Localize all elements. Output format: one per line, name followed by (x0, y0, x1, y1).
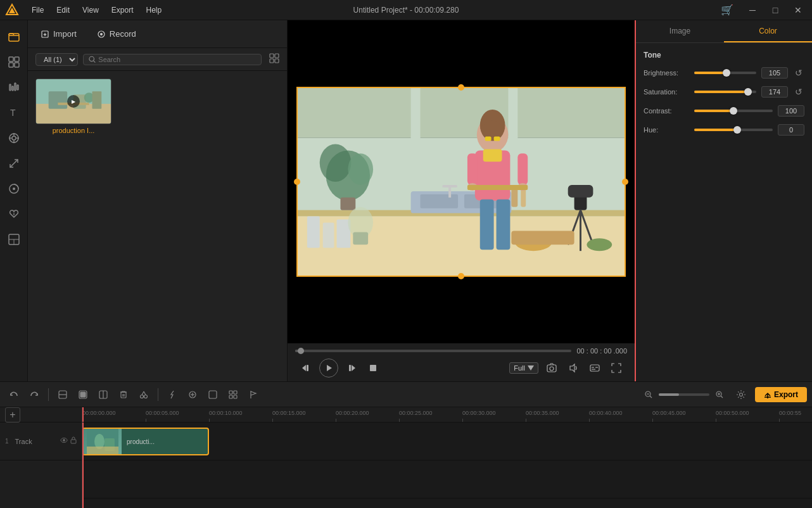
saturation-handle[interactable] (744, 88, 752, 96)
sidebar-item-layout[interactable] (3, 228, 25, 251)
separator-1 (48, 388, 49, 401)
media-toolbar: All (1) (28, 48, 287, 71)
svg-rect-74 (483, 149, 502, 162)
progress-handle[interactable] (298, 348, 304, 354)
grid-view-button[interactable] (269, 53, 279, 66)
split-button[interactable] (94, 386, 112, 403)
quality-select[interactable]: Full (509, 362, 538, 374)
svg-rect-67 (467, 153, 478, 185)
progress-bar[interactable] (295, 350, 571, 352)
zoom-slider[interactable] (659, 393, 709, 396)
brightness-fill (694, 72, 726, 74)
sidebar-item-text[interactable]: T (3, 101, 25, 124)
brightness-reset[interactable]: ↺ (793, 68, 804, 78)
playhead-track[interactable] (82, 422, 84, 508)
sidebar-item-effects[interactable] (3, 127, 25, 149)
lightning-button[interactable] (163, 386, 181, 403)
svg-rect-57 (340, 198, 355, 210)
export-button[interactable]: Export (755, 387, 807, 402)
zoom-out-button[interactable] (641, 387, 656, 402)
cart-icon[interactable]: 🛒 (721, 4, 733, 16)
sidebar-item-folder[interactable] (3, 25, 25, 48)
svg-point-26 (100, 33, 103, 35)
saturation-slider[interactable] (694, 91, 756, 93)
screenshot-button[interactable] (543, 360, 560, 376)
sidebar-item-audio[interactable] (3, 76, 25, 99)
stop-button[interactable] (365, 360, 381, 376)
resize-handle-top[interactable] (458, 84, 464, 91)
delete-button[interactable] (115, 386, 132, 403)
contrast-handle[interactable] (730, 107, 737, 115)
sidebar-item-favorite[interactable] (3, 203, 25, 225)
flag-button[interactable] (244, 386, 262, 403)
track-label-column: + 1 Track (0, 407, 82, 508)
add-marker-button[interactable] (184, 386, 201, 403)
saturation-row: Saturation: 174 ↺ (644, 86, 804, 98)
svg-rect-92 (370, 365, 376, 371)
play-button[interactable] (319, 359, 338, 378)
brightness-row: Brightness: 105 ↺ (644, 67, 804, 79)
timeline-settings-button[interactable] (732, 386, 750, 403)
resize-handle-right[interactable] (622, 179, 628, 185)
import-label: Import (53, 29, 77, 39)
add-track-button[interactable]: + (5, 407, 20, 422)
brightness-handle[interactable] (723, 69, 730, 77)
captions-button[interactable] (587, 360, 603, 376)
menu-export[interactable]: Export (109, 4, 136, 16)
clip-button[interactable] (74, 386, 92, 403)
maximize-button[interactable]: □ (766, 4, 784, 16)
svg-rect-135 (71, 440, 76, 443)
contrast-slider[interactable] (694, 110, 773, 112)
resize-handle-bottom[interactable] (458, 273, 464, 279)
svg-point-19 (13, 187, 15, 190)
resize-handle-left[interactable] (294, 179, 300, 185)
tone-section-title: Tone (644, 51, 804, 60)
hue-value[interactable]: 0 (778, 124, 804, 136)
sidebar-item-transform[interactable] (3, 152, 25, 175)
menu-help[interactable]: Help (144, 4, 165, 16)
fullscreen-button[interactable] (608, 360, 625, 376)
brightness-value[interactable]: 105 (761, 67, 788, 79)
svg-rect-97 (590, 365, 599, 371)
menu-file[interactable]: File (29, 4, 46, 16)
close-button[interactable]: ✕ (789, 4, 807, 16)
svg-rect-41 (298, 88, 411, 138)
record-button[interactable]: Record (92, 27, 141, 41)
hue-handle[interactable] (733, 126, 741, 134)
multi-button[interactable] (224, 386, 242, 403)
volume-button[interactable] (565, 360, 581, 376)
sidebar-item-media[interactable] (3, 51, 25, 73)
contrast-value[interactable]: 100 (778, 105, 804, 117)
track-visibility-icon[interactable] (60, 436, 68, 446)
svg-marker-93 (528, 365, 534, 371)
tab-color[interactable]: Color (724, 20, 812, 42)
track-lock-icon[interactable] (70, 436, 77, 446)
search-input[interactable] (98, 56, 256, 63)
tab-image[interactable]: Image (636, 20, 724, 42)
svg-rect-43 (517, 88, 625, 138)
skip-forward-button[interactable] (343, 360, 360, 376)
menu-view[interactable]: View (80, 4, 101, 16)
speed-button[interactable] (204, 386, 222, 403)
track-clip[interactable]: producti... (82, 428, 209, 455)
svg-rect-31 (270, 59, 274, 63)
saturation-value[interactable]: 174 (761, 86, 788, 98)
import-button[interactable]: Import (35, 27, 82, 41)
svg-point-20 (13, 213, 15, 215)
filter-select[interactable]: All (1) (35, 53, 78, 66)
svg-rect-60 (521, 188, 526, 207)
saturation-reset[interactable]: ↺ (793, 87, 804, 97)
brightness-slider[interactable] (694, 72, 756, 74)
hue-slider[interactable] (694, 129, 773, 131)
cut-button[interactable] (135, 386, 153, 403)
menu-edit[interactable]: Edit (54, 4, 72, 16)
skip-back-button[interactable] (298, 360, 314, 376)
svg-rect-72 (480, 200, 494, 250)
zoom-in-button[interactable] (712, 387, 727, 402)
trim-button[interactable] (54, 386, 72, 403)
sidebar-item-filter[interactable] (3, 177, 25, 200)
redo-button[interactable] (25, 386, 43, 403)
minimize-button[interactable]: ─ (744, 4, 761, 16)
list-item[interactable]: ▶ production I... (35, 79, 111, 134)
undo-button[interactable] (5, 386, 23, 403)
